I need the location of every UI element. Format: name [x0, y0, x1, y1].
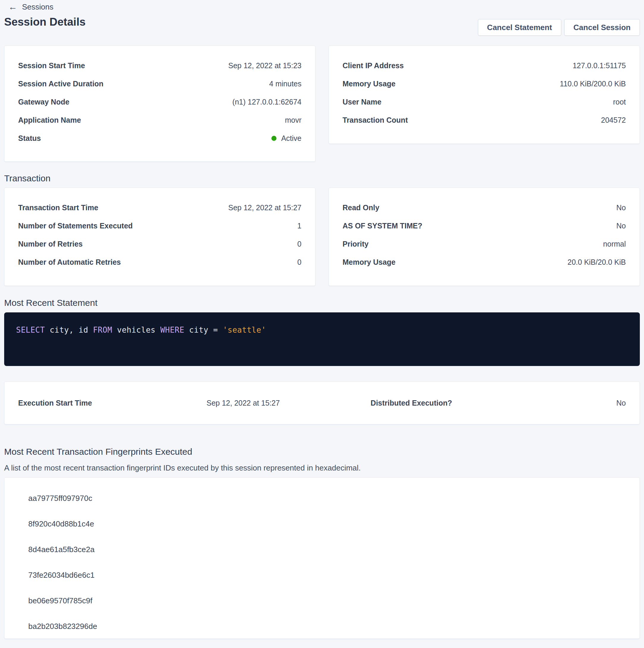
summary-value: Sep 12, 2022 at 15:27 — [228, 203, 301, 212]
fingerprint-id: aa79775ff097970c — [28, 494, 92, 503]
summary-label: Read Only — [343, 203, 379, 212]
most-recent-statement-heading: Most Recent Statement — [4, 297, 640, 309]
summary-row: AS OF SYSTEM TIME? No — [343, 222, 626, 230]
sql-text: city, id — [45, 325, 93, 334]
summary-label: Client IP Address — [343, 61, 404, 70]
sql-text: city = — [184, 325, 223, 334]
transaction-card-left: Transaction Start Time Sep 12, 2022 at 1… — [4, 187, 315, 286]
execution-start-time-value: Sep 12, 2022 at 15:27 — [207, 399, 370, 408]
summary-label: Transaction Count — [343, 116, 408, 124]
summary-label: User Name — [343, 98, 382, 106]
transaction-card-right: Read Only No AS OF SYSTEM TIME? No Prior… — [329, 187, 640, 286]
fingerprint-id: ba2b203b823296de — [28, 622, 97, 631]
summary-row: Number of Statements Executed 1 — [18, 222, 301, 230]
summary-value: movr — [285, 116, 301, 124]
fingerprints-description: A list of the most recent transaction fi… — [4, 463, 640, 473]
summary-label: Transaction Start Time — [18, 203, 98, 212]
sql-keyword: FROM — [93, 325, 112, 334]
sql-text: vehicles — [112, 325, 160, 334]
summary-label: AS OF SYSTEM TIME? — [343, 222, 422, 230]
fingerprint-id: 73fe26034bd6e6c1 — [28, 571, 95, 580]
back-to-sessions-link[interactable]: ← Sessions — [4, 2, 54, 11]
summary-value: No — [616, 203, 626, 212]
status-badge: Active — [272, 134, 301, 143]
summary-row: Session Start Time Sep 12, 2022 at 15:23 — [18, 61, 301, 70]
fingerprint-id: be06e9570f785c9f — [28, 596, 92, 605]
fingerprint-row: 73fe26034bd6e6c1 — [18, 562, 626, 588]
summary-row: Memory Usage 110.0 KiB/200.0 KiB — [343, 79, 626, 88]
summary-row: Number of Automatic Retries 0 — [18, 258, 301, 267]
header-actions: Cancel Statement Cancel Session — [478, 19, 640, 36]
summary-row: Application Name movr — [18, 116, 301, 124]
summary-label: Application Name — [18, 116, 81, 124]
summary-row: Transaction Count 204572 — [343, 116, 626, 124]
summary-row: Memory Usage 20.0 KiB/20.0 KiB — [343, 258, 626, 267]
gateway-node-link[interactable]: (n1) 127.0.0.1:62674 — [232, 98, 301, 106]
distributed-execution-value: No — [492, 399, 626, 408]
execution-start-time-label: Execution Start Time — [18, 399, 207, 408]
fingerprint-row: 8d4ae61a5fb3ce2a — [18, 537, 626, 562]
fingerprint-row: be06e9570f785c9f — [18, 588, 626, 613]
distributed-execution-label: Distributed Execution? — [370, 399, 492, 408]
sql-statement-box: SELECT city, id FROM vehicles WHERE city… — [4, 312, 640, 366]
summary-value: 4 minutes — [269, 79, 301, 88]
session-summary-card-right: Client IP Address 127.0.0.1:51175 Memory… — [329, 46, 640, 144]
summary-value: 204572 — [601, 116, 626, 124]
summary-row: Priority normal — [343, 240, 626, 248]
fingerprint-id: 8d4ae61a5fb3ce2a — [28, 545, 95, 554]
summary-label: Status — [18, 134, 41, 143]
fingerprint-row: aa79775ff097970c — [18, 485, 626, 511]
back-link-label: Sessions — [22, 2, 54, 11]
summary-value: 127.0.0.1:51175 — [573, 61, 626, 70]
session-overview-cards: Session Start Time Sep 12, 2022 at 15:23… — [4, 46, 640, 162]
summary-label: Number of Statements Executed — [18, 222, 133, 230]
fingerprints-card: aa79775ff097970c 8f920c40d88b1c4e 8d4ae6… — [4, 477, 640, 639]
sql-string-literal: 'seattle' — [223, 325, 266, 334]
summary-value: Sep 12, 2022 at 15:23 — [228, 61, 301, 70]
fingerprints-heading: Most Recent Transaction Fingerprints Exe… — [4, 446, 640, 457]
transaction-cards: Transaction Start Time Sep 12, 2022 at 1… — [4, 187, 640, 286]
fingerprint-row: 8f920c40d88b1c4e — [18, 511, 626, 537]
session-summary-card-left: Session Start Time Sep 12, 2022 at 15:23… — [4, 46, 315, 162]
summary-value: 0 — [297, 258, 301, 267]
summary-label: Number of Retries — [18, 240, 83, 248]
summary-label: Memory Usage — [343, 79, 396, 88]
summary-row: Read Only No — [343, 203, 626, 212]
summary-label: Priority — [343, 240, 369, 248]
status-dot-icon — [272, 136, 277, 141]
summary-value: normal — [603, 240, 626, 248]
fingerprint-id: 8f920c40d88b1c4e — [28, 519, 94, 529]
summary-value: 0 — [297, 240, 301, 248]
summary-value: 1 — [297, 222, 301, 230]
summary-value: No — [616, 222, 626, 230]
page-title: Session Details — [4, 15, 86, 36]
summary-row: Gateway Node (n1) 127.0.0.1:62674 — [18, 98, 301, 106]
status-value: Active — [281, 134, 301, 143]
summary-row: Number of Retries 0 — [18, 240, 301, 248]
summary-row: Client IP Address 127.0.0.1:51175 — [343, 61, 626, 70]
transaction-section-heading: Transaction — [4, 173, 640, 184]
cancel-statement-button[interactable]: Cancel Statement — [478, 19, 561, 36]
summary-row: User Name root — [343, 98, 626, 106]
summary-row: Session Active Duration 4 minutes — [18, 79, 301, 88]
summary-label: Session Active Duration — [18, 79, 104, 88]
page-header: Session Details Cancel Statement Cancel … — [4, 15, 640, 36]
summary-row: Status Active — [18, 134, 301, 143]
sql-keyword: WHERE — [160, 325, 184, 334]
sql-statement-text: SELECT city, id FROM vehicles WHERE city… — [16, 325, 628, 335]
summary-label: Number of Automatic Retries — [18, 258, 121, 267]
back-arrow-icon: ← — [8, 2, 17, 11]
summary-row: Transaction Start Time Sep 12, 2022 at 1… — [18, 203, 301, 212]
summary-label: Memory Usage — [343, 258, 396, 267]
summary-label: Session Start Time — [18, 61, 85, 70]
cancel-session-button[interactable]: Cancel Session — [564, 19, 640, 36]
sql-keyword: SELECT — [16, 325, 45, 334]
fingerprint-row: ba2b203b823296de — [18, 613, 626, 639]
summary-value: root — [613, 98, 626, 106]
summary-value: 110.0 KiB/200.0 KiB — [560, 79, 626, 88]
summary-label: Gateway Node — [18, 98, 69, 106]
execution-summary-card: Execution Start Time Sep 12, 2022 at 15:… — [4, 381, 640, 424]
session-details-page: ← Sessions Session Details Cancel Statem… — [0, 0, 644, 648]
summary-value: 20.0 KiB/20.0 KiB — [568, 258, 626, 267]
